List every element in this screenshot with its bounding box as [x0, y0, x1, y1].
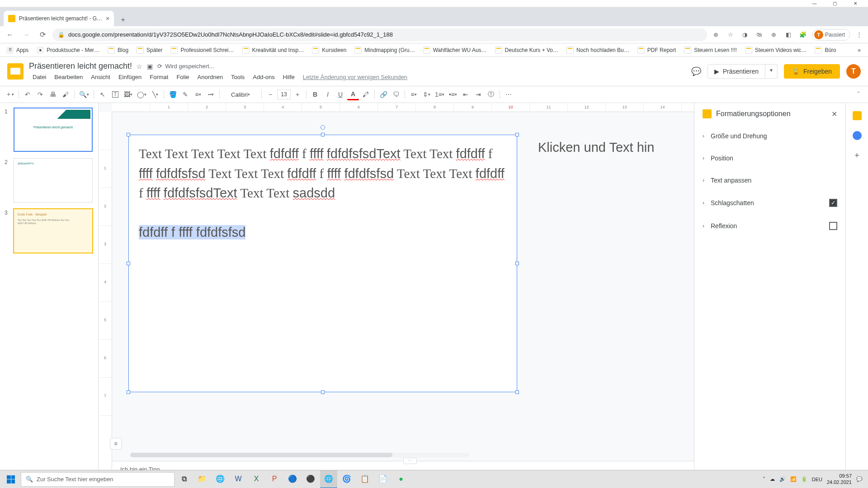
resize-handle[interactable]	[127, 262, 130, 265]
bookmark-item[interactable]: Professionell Schrei…	[168, 47, 236, 54]
present-dropdown[interactable]: ▼	[765, 64, 778, 79]
bookmark-item[interactable]: Steuern Lesen !!!!	[681, 47, 740, 54]
present-button[interactable]: ▶ Präsentieren	[708, 64, 765, 79]
volume-icon[interactable]: 🔊	[779, 476, 786, 482]
indent-dec-button[interactable]: ⇤	[460, 89, 472, 100]
resize-handle[interactable]	[127, 390, 130, 394]
last-edit-link[interactable]: Letzte Änderung vor wenigen Sekunden	[299, 73, 411, 81]
ext-icon-4[interactable]: ◧	[783, 29, 794, 40]
link-button[interactable]: 🔗	[377, 89, 389, 100]
menu-format[interactable]: Format	[146, 73, 172, 81]
scrollbar-thumb[interactable]	[130, 453, 392, 457]
bookmark-apps[interactable]: ⠿Apps	[4, 47, 31, 54]
star-icon[interactable]: ☆	[725, 29, 736, 40]
menu-anordnen[interactable]: Anordnen	[194, 73, 226, 81]
slide-thumbnail-1[interactable]: Präsentieren leicht gemacht	[14, 108, 93, 152]
menu-folie[interactable]: Folie	[173, 73, 193, 81]
line-tool[interactable]: ╲	[149, 89, 161, 100]
new-tab-button[interactable]: +	[117, 14, 129, 26]
indent-inc-button[interactable]: ⇥	[472, 89, 484, 100]
redo-button[interactable]: ↷	[34, 89, 46, 100]
border-dash-button[interactable]: ┅	[205, 89, 217, 100]
bookmarks-overflow[interactable]: »	[854, 47, 864, 53]
bookmark-item[interactable]: Wahlfächer WU Aus…	[420, 47, 490, 54]
horizontal-scrollbar[interactable]	[130, 453, 469, 457]
address-bar[interactable]: 🔒 docs.google.com/presentation/d/1yV372S…	[52, 28, 707, 41]
font-select[interactable]: Calibri	[222, 89, 259, 100]
image-tool[interactable]: 🖼	[122, 89, 134, 100]
add-app-icon[interactable]: +	[854, 151, 859, 160]
shape-tool[interactable]: ◯	[135, 89, 148, 100]
bookmark-item[interactable]: Steuern Videos wic…	[742, 47, 810, 54]
comment-button[interactable]: 🗨	[390, 89, 402, 100]
placeholder-textbox[interactable]: Klicken und Text hin	[533, 135, 694, 162]
section-schlagschatten[interactable]: ›Schlagschatten✓	[694, 191, 845, 214]
bookmark-item[interactable]: Deutsche Kurs + Vo…	[492, 47, 561, 54]
shadow-checkbox[interactable]: ✓	[829, 199, 837, 207]
onedrive-icon[interactable]: ☁	[770, 476, 775, 482]
wifi-icon[interactable]: 📶	[790, 476, 797, 482]
reload-button[interactable]: ⟳	[36, 28, 49, 41]
thumbnail-rail[interactable]: 1 Präsentieren leicht gemacht 2 SPEAKPPT…	[0, 103, 99, 488]
resize-handle[interactable]	[321, 133, 325, 136]
chrome-icon[interactable]: 🌐	[320, 470, 337, 488]
star-document-icon[interactable]: ☆	[137, 63, 142, 70]
resize-handle[interactable]	[127, 133, 130, 136]
border-weight-button[interactable]: ≡	[192, 89, 204, 100]
resize-handle[interactable]	[515, 390, 519, 394]
selected-textbox[interactable]: Text Text Text Text Text fdfdff f ffff f…	[128, 135, 517, 392]
close-panel-button[interactable]: ✕	[831, 110, 837, 118]
paint-format-button[interactable]: 🖌	[60, 89, 71, 100]
select-tool[interactable]: ↖	[97, 89, 108, 100]
bullet-list-button[interactable]: •≡	[447, 89, 459, 100]
resize-handle[interactable]	[515, 133, 519, 136]
zoom-icon[interactable]: ⊕	[711, 29, 722, 40]
text-color-button[interactable]: A	[347, 89, 359, 100]
bookmark-item[interactable]: Büro	[812, 47, 839, 54]
system-tray[interactable]: ˄ ☁ 🔊 📶 🔋 DEU 09:57 24.02.2021 💬	[759, 473, 866, 485]
bookmark-item[interactable]: ●Produktsuche - Mer…	[34, 47, 102, 54]
fill-color-button[interactable]: 🪣	[167, 89, 179, 100]
document-title[interactable]: Präsentieren leicht gemacht!	[29, 61, 132, 71]
spotify-icon[interactable]: ●	[392, 470, 410, 488]
notifications-icon[interactable]: 💬	[856, 476, 863, 482]
slide-thumbnail-3[interactable]: Erste Folie - Beispiel Text Text Text Te…	[14, 209, 93, 253]
clock[interactable]: 09:57 24.02.2021	[827, 473, 852, 485]
taskbar-search[interactable]: 🔍 Zur Suche Text hier eingeben	[21, 472, 175, 487]
notes-resize-handle[interactable]: ⋯	[403, 458, 417, 464]
obs-icon[interactable]: ⚫	[302, 470, 319, 488]
bold-button[interactable]: B	[309, 89, 321, 100]
slide-thumbnail-2[interactable]: SPEAKPPTX	[14, 158, 93, 202]
undo-button[interactable]: ↶	[22, 89, 33, 100]
font-size-inc[interactable]: +	[292, 89, 303, 100]
border-color-button[interactable]: ✎	[179, 89, 191, 100]
clear-format-button[interactable]: Ⓣ	[485, 89, 497, 100]
task-view-icon[interactable]: ⧉	[175, 470, 193, 488]
numbered-list-button[interactable]: 1≡	[433, 89, 446, 100]
window-maximize[interactable]: ▢	[825, 0, 845, 7]
window-close[interactable]: ✕	[845, 0, 865, 7]
word-icon[interactable]: W	[230, 470, 247, 488]
battery-icon[interactable]: 🔋	[801, 476, 807, 482]
font-size-dec[interactable]: −	[264, 89, 276, 100]
app-icon-2[interactable]: 📋	[356, 470, 373, 488]
start-button[interactable]	[2, 470, 20, 488]
section-position[interactable]: ›Position	[694, 147, 845, 169]
section-groesse[interactable]: ›Größe und Drehung	[694, 125, 845, 147]
print-button[interactable]: 🖶	[47, 89, 59, 100]
menu-ansicht[interactable]: Ansicht	[87, 73, 114, 81]
menu-datei[interactable]: Datei	[29, 73, 50, 81]
bookmark-item[interactable]: Später	[134, 47, 165, 54]
textbox-tool[interactable]: 🅃	[109, 89, 121, 100]
bookmark-item[interactable]: Kursideen	[309, 47, 349, 54]
language-indicator[interactable]: DEU	[812, 477, 822, 482]
bookmark-item[interactable]: Noch hochladen Bu…	[564, 47, 632, 54]
keep-app-icon[interactable]	[853, 111, 862, 120]
bookmark-item[interactable]: Kreativität und Insp…	[240, 47, 307, 54]
textbox-content[interactable]: Text Text Text Text Text fdfdff f ffff f…	[129, 135, 517, 252]
extensions-icon[interactable]: 🧩	[797, 29, 808, 40]
italic-button[interactable]: I	[322, 89, 334, 100]
tab-close-icon[interactable]: ×	[106, 15, 109, 22]
edge2-icon[interactable]: 🌀	[338, 470, 355, 488]
account-avatar[interactable]: T	[846, 64, 861, 79]
